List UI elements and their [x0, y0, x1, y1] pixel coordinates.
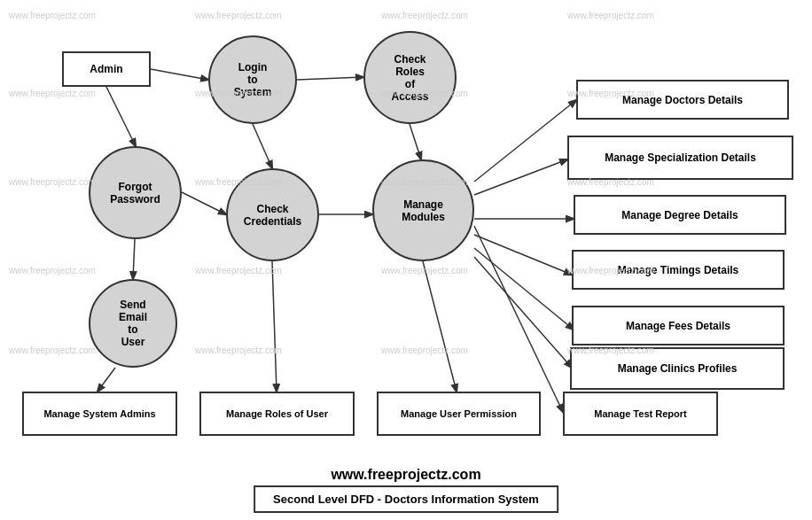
svg-line-16	[474, 248, 574, 330]
manage-sys-admins-node: Manage System Admins	[22, 392, 177, 436]
footer-title: Second Level DFD - Doctors Information S…	[254, 485, 558, 513]
check-roles-node: CheckRolesofAccess	[363, 31, 457, 124]
manage-timings-node: Manage Timings Details	[572, 250, 785, 290]
svg-line-11	[474, 226, 563, 412]
send-email-node: SendEmailtoUser	[89, 279, 177, 368]
check-credentials-node: CheckCredentials	[226, 168, 319, 261]
diagram-area: Admin LogintoSystem CheckRolesofAccess F…	[9, 9, 803, 478]
svg-line-15	[474, 235, 572, 275]
manage-doctors-node: Manage Doctors Details	[576, 80, 789, 120]
manage-clinics-node: Manage Clinics Profiles	[570, 347, 785, 390]
manage-test-report-node: Manage Test Report	[563, 392, 718, 436]
manage-user-perm-node: Manage User Permission	[377, 392, 541, 436]
svg-line-9	[272, 261, 277, 392]
svg-line-8	[98, 368, 115, 392]
svg-line-12	[474, 100, 576, 182]
svg-line-7	[133, 239, 135, 279]
svg-line-1	[297, 77, 363, 80]
svg-line-2	[410, 124, 421, 159]
login-node: LogintoSystem	[208, 35, 297, 124]
manage-degree-node: Manage Degree Details	[574, 195, 786, 235]
svg-line-6	[182, 192, 226, 214]
manage-modules-node: ManageModules	[372, 159, 474, 261]
svg-line-4	[253, 124, 272, 168]
footer-url: www.freeprojectz.com	[0, 467, 812, 483]
manage-fees-node: Manage Fees Details	[572, 306, 785, 345]
forgot-password-node: ForgotPassword	[89, 146, 182, 239]
admin-node: Admin	[62, 51, 151, 87]
svg-line-17	[474, 257, 572, 368]
svg-line-13	[474, 159, 567, 195]
svg-line-0	[151, 69, 208, 80]
manage-spec-node: Manage Specialization Details	[567, 136, 793, 180]
svg-line-10	[423, 261, 457, 392]
svg-line-3	[106, 87, 136, 146]
manage-roles-node: Manage Roles of User	[199, 392, 355, 436]
